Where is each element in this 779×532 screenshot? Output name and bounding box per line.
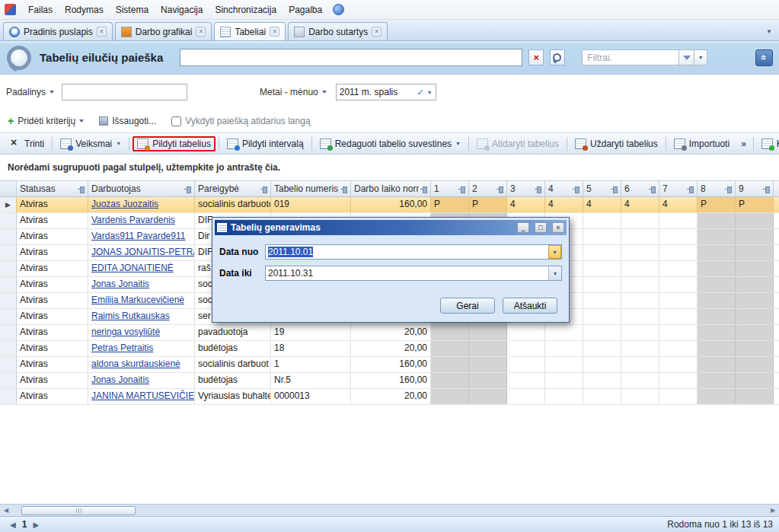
tab-close-icon[interactable]: ×	[270, 27, 279, 37]
employee-link[interactable]: Emilija Markucevičienė	[91, 295, 184, 305]
padalinys-input[interactable]	[62, 84, 187, 100]
column-header-4[interactable]: 4	[545, 181, 583, 196]
padalinys-field-selector[interactable]: Padalinys	[6, 87, 54, 97]
table-row[interactable]: AtvirasJonas JonaitisbudėtojasNr.5160,00	[0, 373, 779, 389]
pin-icon[interactable]	[458, 186, 465, 193]
column-header-8[interactable]: 8	[698, 181, 736, 196]
ok-button[interactable]: Gerai	[440, 298, 495, 314]
run-search-on-open-checkbox[interactable]	[171, 116, 181, 126]
menu-item-sistema[interactable]: Sistema	[110, 2, 155, 18]
tab-tabeliai[interactable]: Tabeliai×	[214, 22, 286, 40]
column-header-7[interactable]: 7	[659, 181, 698, 196]
toolbar-button-u-daryti-tabelius[interactable]: Uždaryti tabelius	[570, 136, 662, 151]
toolbar-button-pildyti-tabelius[interactable]: Pildyti tabelius	[132, 136, 216, 151]
toolbar-button-veiksmai[interactable]: Veiksmai▼	[56, 136, 126, 151]
employee-link[interactable]: aldona skurdauskienė	[91, 358, 180, 369]
employee-link[interactable]: Jonas Jonaitis	[91, 279, 149, 289]
date-dropdown-button[interactable]: ▼	[548, 266, 561, 280]
tab-darbo-sutartys[interactable]: Darbo sutartys×	[288, 22, 388, 40]
pin-icon[interactable]	[687, 186, 694, 193]
next-page-icon[interactable]: ▶	[29, 521, 43, 529]
pin-icon[interactable]	[340, 186, 347, 193]
pin-icon[interactable]	[496, 186, 503, 193]
pin-icon[interactable]	[420, 186, 427, 193]
column-header-1[interactable]: 1	[431, 181, 469, 196]
toolbar-overflow-button[interactable]: »	[737, 139, 750, 149]
column-header-tabelio-numeris[interactable]: Tabelio numeris	[271, 181, 351, 196]
toolbar-button-atidaryti-tabelius[interactable]: Atidaryti tabelius	[472, 136, 563, 151]
filter-funnel-button[interactable]	[679, 49, 694, 65]
date-input[interactable]: 2011.10.31▼	[265, 266, 562, 281]
scrollbar-thumb[interactable]	[21, 506, 136, 515]
pin-icon[interactable]	[611, 186, 618, 193]
close-icon[interactable]: ×	[552, 222, 564, 233]
pin-icon[interactable]	[184, 186, 191, 193]
pin-icon[interactable]	[260, 186, 267, 193]
filters-dropdown-button[interactable]: ▼	[694, 49, 707, 65]
pin-icon[interactable]	[78, 186, 85, 193]
prev-page-icon[interactable]: ◀	[6, 521, 20, 529]
column-header-darbo-laiko-norm[interactable]: Darbo laiko norm	[351, 181, 431, 196]
pin-icon[interactable]	[725, 186, 732, 193]
table-row[interactable]: Atvirasaldona skurdauskienėsocialinis da…	[0, 357, 779, 373]
employee-link[interactable]: Juozas Juozaitis	[91, 199, 158, 209]
scroll-right-icon[interactable]: ▶	[767, 505, 779, 516]
table-row[interactable]: AtvirasPetras Petraitisbudėtojas1820,00	[0, 341, 779, 357]
employee-link[interactable]: Raimis Rutkauskas	[91, 311, 170, 321]
menu-item-failas[interactable]: Failas	[22, 2, 59, 18]
add-criteria-button[interactable]: + Pridėti kriterijų	[8, 116, 84, 126]
menu-item-pagalba[interactable]: Pagalba	[283, 2, 328, 18]
cancel-button[interactable]: Atšaukti	[503, 298, 557, 314]
chevron-down-icon[interactable]: ▼	[427, 90, 433, 95]
column-header-2[interactable]: 2	[469, 181, 507, 196]
horizontal-scrollbar[interactable]: ◀ ▶	[0, 504, 779, 516]
collapse-search-button[interactable]: «	[755, 49, 773, 66]
pin-icon[interactable]	[649, 186, 656, 193]
tab-pradinis-puslapis[interactable]: Pradinis puslapis×	[3, 22, 113, 40]
tab-list-dropdown-button[interactable]: ▼	[762, 24, 776, 39]
column-header-3[interactable]: 3	[507, 181, 545, 196]
tab-darbo-grafikai[interactable]: Darbo grafikai×	[115, 22, 212, 40]
minimize-icon[interactable]: _	[517, 222, 529, 233]
employee-link[interactable]: EDITA JONAITIENĖ	[91, 263, 174, 273]
help-icon[interactable]	[333, 4, 344, 15]
toolbar-button-importuoti[interactable]: Importuoti	[669, 136, 734, 151]
table-row[interactable]: Atvirasneringa vosyliūtėpavaduotoja1920,…	[0, 325, 779, 341]
menu-item-sinchronizacija[interactable]: Sinchronizacija	[209, 2, 283, 18]
metai-menuo-field-selector[interactable]: Metai - mėnuo	[260, 87, 327, 97]
run-search-button[interactable]	[550, 49, 565, 65]
employee-link[interactable]: neringa vosyliūtė	[91, 327, 160, 337]
menu-item-rodymas[interactable]: Rodymas	[59, 2, 110, 18]
pin-icon[interactable]	[535, 186, 541, 193]
date-input[interactable]: 2011.10.01▼	[265, 244, 562, 260]
employee-link[interactable]: Vardenis Pavardenis	[91, 215, 175, 225]
month-combo[interactable]: 2011 m. spalis ✓ ▼	[336, 84, 436, 100]
employee-link[interactable]: Petras Petraitis	[91, 342, 153, 353]
tab-close-icon[interactable]: ×	[196, 27, 206, 37]
column-header-statusas[interactable]: Statusas	[17, 181, 88, 196]
pin-icon[interactable]	[573, 186, 579, 193]
maximize-icon[interactable]: □	[535, 222, 547, 233]
toolbar-button-kurti-tabelius[interactable]: Kurti tabelius	[757, 136, 779, 151]
tab-close-icon[interactable]: ×	[97, 27, 107, 37]
date-dropdown-button[interactable]: ▼	[548, 245, 561, 259]
toolbar-button-pildyti-interval[interactable]: Pildyti intervalą	[222, 136, 308, 151]
toolbar-button-trinti[interactable]: Trinti	[5, 136, 49, 151]
employee-link[interactable]: Vardas911 Pavarde911	[91, 231, 185, 241]
table-row[interactable]: AtvirasJANINA MARTUSEVIČIENĖVyriausias b…	[0, 389, 779, 405]
column-header-5[interactable]: 5	[583, 181, 621, 196]
toolbar-button-redaguoti-tabelio-suvestines[interactable]: Redaguoti tabelio suvestines▼	[315, 136, 465, 151]
column-header-darbuotojas[interactable]: Darbuotojas	[88, 181, 195, 196]
dialog-title-bar[interactable]: Tabelių generavimas _ □ ×	[215, 220, 567, 235]
filters-box[interactable]: Filtrai.	[582, 49, 679, 65]
scroll-left-icon[interactable]: ◀	[0, 505, 12, 516]
grid-corner-cell[interactable]	[0, 181, 17, 196]
employee-link[interactable]: JANINA MARTUSEVIČIENĖ	[91, 390, 195, 401]
column-header-6[interactable]: 6	[621, 181, 659, 196]
table-row[interactable]: ▶AtvirasJuozas Juozaitissocialinis darbu…	[0, 197, 779, 213]
clear-search-button[interactable]: ×	[528, 49, 544, 65]
employee-link[interactable]: JONAS JONAITIS-PETRAITIS	[91, 247, 195, 257]
tab-close-icon[interactable]: ×	[372, 27, 382, 37]
column-header-9[interactable]: 9	[736, 181, 774, 196]
search-input[interactable]	[180, 49, 522, 66]
